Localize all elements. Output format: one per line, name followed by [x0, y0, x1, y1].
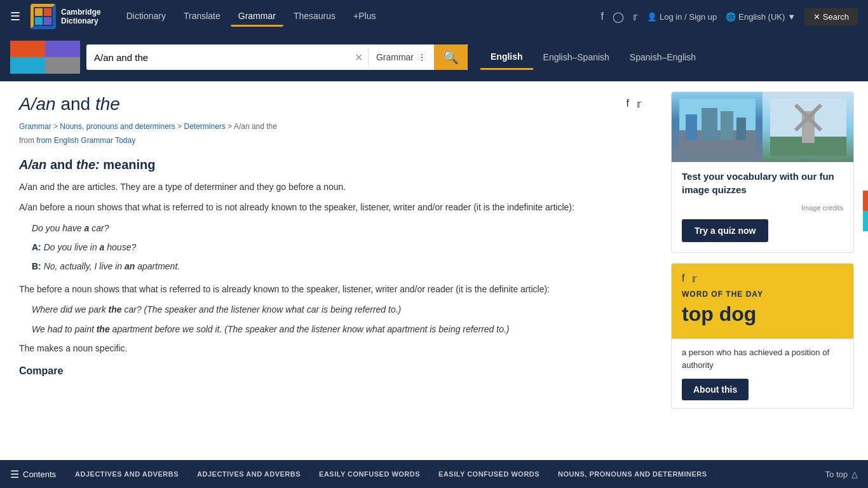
chevron-down-icon: ▼: [787, 12, 796, 22]
wotd-about-button[interactable]: About this: [682, 379, 749, 400]
svg-rect-4: [44, 17, 51, 25]
breadcrumb-current: A/an and the: [234, 122, 277, 131]
language-selector[interactable]: 🌐 English (UK) ▼: [726, 12, 796, 22]
svg-rect-9: [721, 111, 733, 140]
clear-icon[interactable]: ✕: [349, 51, 368, 64]
example1: Do you have a car?: [32, 221, 642, 235]
quiz-image-windmill: [763, 92, 853, 162]
top-nav: ☰ Cambridge Dictionary Dictionary Transl…: [0, 0, 868, 33]
accent-bar-cyan: [863, 211, 868, 231]
grammar-dropdown[interactable]: Grammar ⋮: [369, 44, 434, 70]
twitter-icon[interactable]: 𝕣: [633, 11, 638, 23]
social-links: f ◯ 𝕣 👤 Log in / Sign up 🌐 English (UK) …: [601, 8, 858, 25]
wotd-twitter-icon[interactable]: 𝕣: [692, 273, 697, 285]
content-area: A/an and the f 𝕣 Grammar > Nouns, pronou…: [0, 81, 661, 419]
search-input-wrap: ✕ Grammar ⋮ 🔍: [86, 44, 468, 70]
image-credits-link[interactable]: Image credits: [672, 204, 853, 214]
wotd-social: f 𝕣: [682, 273, 843, 285]
from-text: from from English Grammar Today: [19, 136, 642, 145]
compare-label: Compare: [19, 365, 642, 377]
globe-icon: 🌐: [726, 12, 736, 22]
breadcrumb: Grammar > Nouns, pronouns and determiner…: [19, 122, 642, 131]
color-blocks: [10, 41, 80, 74]
quiz-images: [672, 92, 853, 162]
breadcrumb-determiners[interactable]: Determiners: [184, 122, 226, 131]
dict-tabs: English English–Spanish Spanish–English: [480, 45, 706, 70]
svg-rect-10: [736, 118, 746, 140]
breadcrumb-grammar[interactable]: Grammar: [19, 122, 51, 131]
quiz-title: Test your vocabulary with our fun image …: [672, 162, 853, 204]
instagram-icon[interactable]: ◯: [613, 11, 624, 23]
search-bar: ✕ Grammar ⋮ 🔍 English English–Spanish Sp…: [0, 33, 868, 81]
article-title: A/an and the: [19, 94, 120, 114]
wotd-label: WORD OF THE DAY: [682, 290, 843, 299]
example3: We had to paint the apartment before we …: [32, 322, 642, 336]
nav-dictionary[interactable]: Dictionary: [119, 7, 173, 27]
twitter-share-icon[interactable]: 𝕣: [637, 98, 642, 110]
para4: The makes a noun specific.: [19, 341, 642, 355]
search-input[interactable]: [86, 46, 349, 69]
breadcrumb-nouns[interactable]: Nouns, pronouns and determiners: [60, 122, 175, 131]
example2: Where did we park the car? (The speaker …: [32, 302, 642, 316]
search-go-button[interactable]: 🔍: [434, 44, 468, 70]
dots-icon: ⋮: [417, 52, 426, 62]
svg-rect-7: [686, 114, 697, 140]
search-top-button[interactable]: ✕ Search: [804, 8, 858, 25]
share-icons: f 𝕣: [627, 98, 642, 110]
hamburger-icon[interactable]: ☰: [10, 10, 20, 24]
quiz-image-city: [672, 92, 763, 162]
nav-translate[interactable]: Translate: [176, 7, 228, 27]
quiz-button[interactable]: Try a quiz now: [682, 219, 768, 242]
nav-plus[interactable]: +Plus: [346, 7, 383, 27]
nav-thesaurus[interactable]: Thesaurus: [286, 7, 343, 27]
tab-spanish-english[interactable]: Spanish–English: [620, 46, 706, 69]
svg-rect-2: [44, 8, 51, 16]
accent-bars: [863, 191, 868, 231]
wotd-section: f 𝕣 WORD OF THE DAY top dog a person who…: [671, 263, 854, 409]
qa-a: A: Do you live in a house?: [32, 240, 642, 255]
logo-area: Cambridge Dictionary: [31, 4, 101, 29]
para3: The before a noun shows that what is ref…: [19, 282, 642, 296]
logo-text: Cambridge Dictionary: [61, 8, 101, 26]
tab-english[interactable]: English: [480, 45, 533, 70]
sidebar: Test your vocabulary with our fun image …: [661, 81, 864, 419]
qa-b: B: No, actually, I live in an apartment.: [32, 259, 642, 274]
wotd-header: f 𝕣 WORD OF THE DAY top dog: [672, 264, 853, 339]
wotd-facebook-icon[interactable]: f: [682, 273, 684, 285]
main-layout: A/an and the f 𝕣 Grammar > Nouns, pronou…: [0, 81, 868, 419]
wotd-description: a person who has achieved a position of …: [682, 346, 843, 371]
svg-rect-8: [702, 108, 717, 140]
accent-bar-orange: [863, 191, 868, 211]
grammar-today-link[interactable]: from English Grammar Today: [36, 136, 135, 145]
wotd-body: a person who has achieved a position of …: [672, 339, 853, 408]
svg-rect-3: [35, 17, 43, 25]
user-icon: 👤: [647, 12, 657, 22]
cambridge-logo: [31, 4, 56, 29]
para1: A/an and the are articles. They are a ty…: [19, 180, 642, 194]
facebook-share-icon[interactable]: f: [627, 98, 629, 110]
quiz-section: Test your vocabulary with our fun image …: [671, 92, 854, 253]
section-title: A/an and the: meaning: [19, 158, 642, 172]
login-button[interactable]: 👤 Log in / Sign up: [647, 12, 717, 22]
para2: A/an before a noun shows that what is re…: [19, 200, 642, 214]
nav-grammar[interactable]: Grammar: [231, 7, 283, 27]
tab-english-spanish[interactable]: English–Spanish: [533, 46, 620, 69]
wotd-word: top dog: [682, 302, 843, 326]
svg-rect-1: [35, 8, 43, 16]
facebook-icon[interactable]: f: [601, 11, 604, 22]
nav-links: Dictionary Translate Grammar Thesaurus +…: [119, 7, 384, 27]
